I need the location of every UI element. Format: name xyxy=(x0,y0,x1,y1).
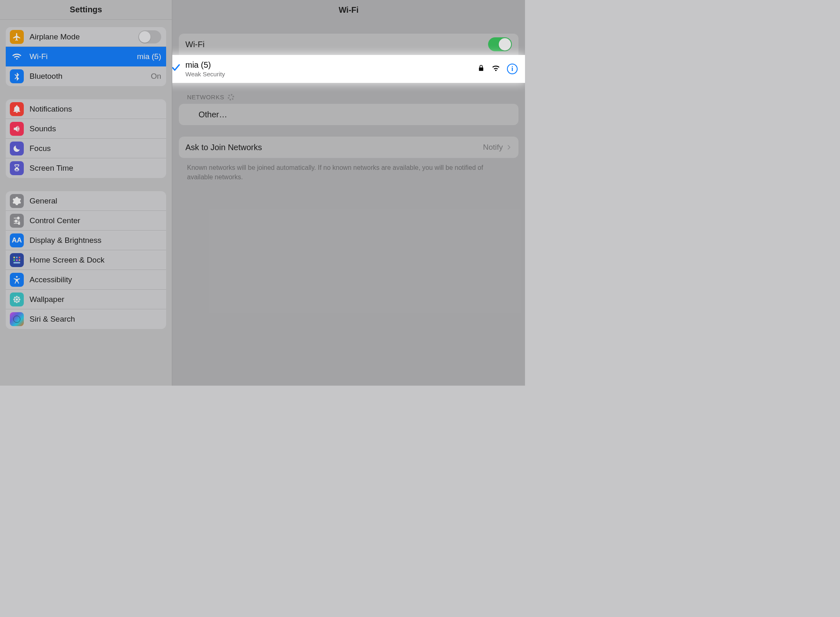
sidebar-group-system: General Control Center AA Display & Brig… xyxy=(6,191,166,329)
sidebar-item-label: Siri & Search xyxy=(30,315,161,324)
connected-network-name: mia (5) xyxy=(185,60,477,70)
checkmark-icon xyxy=(172,63,184,75)
airplane-toggle[interactable] xyxy=(138,30,161,43)
svg-point-7 xyxy=(16,276,18,277)
app-grid-icon xyxy=(10,253,24,267)
lock-icon xyxy=(477,64,485,73)
sidebar-item-control-center[interactable]: Control Center xyxy=(6,211,166,231)
other-network-row[interactable]: Other… xyxy=(179,104,518,125)
accessibility-icon xyxy=(10,273,24,287)
sidebar-item-detail: On xyxy=(151,72,161,81)
sidebar-item-airplane-mode[interactable]: Airplane Mode xyxy=(6,27,166,47)
sidebar-item-wifi[interactable]: Wi-Fi mia (5) xyxy=(6,47,166,66)
sidebar-item-label: Wi-Fi xyxy=(30,52,137,61)
signal-icon xyxy=(491,64,500,74)
sidebar-group-connectivity: Airplane Mode Wi-Fi mia (5) Bluetooth On xyxy=(6,27,166,86)
sidebar-item-siri[interactable]: Siri & Search xyxy=(6,309,166,329)
sidebar-item-label: Home Screen & Dock xyxy=(30,256,161,265)
sidebar-item-label: Bluetooth xyxy=(30,72,151,81)
svg-rect-4 xyxy=(16,259,18,261)
sidebar-item-label: Sounds xyxy=(30,124,161,133)
sidebar-item-notifications[interactable]: Notifications xyxy=(6,99,166,119)
settings-sidebar: Settings Airplane Mode Wi-Fi mia (5) xyxy=(0,0,172,386)
svg-rect-3 xyxy=(14,259,15,261)
moon-icon xyxy=(10,142,24,155)
sidebar-item-label: Screen Time xyxy=(30,164,161,173)
airplane-icon xyxy=(10,30,24,44)
sidebar-item-focus[interactable]: Focus xyxy=(6,139,166,158)
bluetooth-icon xyxy=(10,69,24,83)
detail-title: Wi-Fi xyxy=(172,0,525,20)
sidebar-item-screen-time[interactable]: Screen Time xyxy=(6,158,166,178)
ask-group: Ask to Join Networks Notify xyxy=(179,137,518,158)
sidebar-title: Settings xyxy=(0,0,172,20)
sidebar-item-home-screen[interactable]: Home Screen & Dock xyxy=(6,250,166,270)
hourglass-icon xyxy=(10,161,24,175)
ask-to-join-row[interactable]: Ask to Join Networks Notify xyxy=(179,137,518,158)
sidebar-item-general[interactable]: General xyxy=(6,191,166,211)
sidebar-item-label: Airplane Mode xyxy=(30,32,138,41)
sidebar-item-detail: mia (5) xyxy=(137,52,161,61)
svg-point-11 xyxy=(13,298,15,300)
networks-header-label: NETWORKS xyxy=(187,94,224,101)
sidebar-item-display[interactable]: AA Display & Brightness xyxy=(6,231,166,250)
sidebar-item-bluetooth[interactable]: Bluetooth On xyxy=(6,66,166,86)
wifi-toggle[interactable] xyxy=(488,37,512,51)
sidebar-item-label: Notifications xyxy=(30,105,161,114)
sidebar-item-label: General xyxy=(30,197,161,206)
sidebar-item-wallpaper[interactable]: Wallpaper xyxy=(6,290,166,309)
siri-icon xyxy=(10,312,24,326)
svg-rect-0 xyxy=(14,256,15,258)
ask-footer-text: Known networks will be joined automatica… xyxy=(179,158,518,182)
bell-icon xyxy=(10,102,24,116)
spinner-icon xyxy=(228,94,234,101)
svg-point-9 xyxy=(16,296,18,298)
svg-point-13 xyxy=(14,297,16,299)
sidebar-item-label: Focus xyxy=(30,144,161,153)
wifi-toggle-label: Wi-Fi xyxy=(185,40,488,49)
svg-point-17 xyxy=(14,316,21,323)
speaker-icon xyxy=(10,122,24,136)
info-icon[interactable]: i xyxy=(507,64,518,74)
svg-point-8 xyxy=(16,298,18,301)
wifi-toggle-group: Wi-Fi xyxy=(179,34,518,55)
wifi-detail-panel: Wi-Fi Wi-Fi mia (5) Weak Security xyxy=(172,0,525,386)
svg-point-12 xyxy=(18,298,21,300)
sidebar-group-alerts: Notifications Sounds Focus Screen Time xyxy=(6,99,166,178)
ask-value: Notify xyxy=(483,143,503,152)
sidebar-item-sounds[interactable]: Sounds xyxy=(6,119,166,139)
text-size-icon: AA xyxy=(10,233,24,247)
sliders-icon xyxy=(10,214,24,228)
connected-network-text: mia (5) Weak Security xyxy=(184,60,477,78)
svg-point-16 xyxy=(18,300,20,302)
wifi-icon xyxy=(10,50,24,64)
connected-network-row[interactable]: mia (5) Weak Security i xyxy=(172,55,525,83)
other-network-label: Other… xyxy=(185,110,512,119)
networks-section-header: NETWORKS xyxy=(179,83,518,104)
sidebar-item-label: Control Center xyxy=(30,216,161,225)
gear-icon xyxy=(10,194,24,208)
sidebar-item-label: Display & Brightness xyxy=(30,236,161,245)
svg-rect-5 xyxy=(19,259,21,261)
flower-icon xyxy=(10,293,24,306)
chevron-right-icon xyxy=(506,143,512,152)
wifi-enable-row[interactable]: Wi-Fi xyxy=(179,34,518,55)
sidebar-item-label: Wallpaper xyxy=(30,295,161,304)
svg-rect-1 xyxy=(16,256,18,258)
sidebar-item-accessibility[interactable]: Accessibility xyxy=(6,270,166,290)
svg-point-14 xyxy=(18,297,20,299)
ask-label: Ask to Join Networks xyxy=(185,143,483,152)
connected-network-subtitle: Weak Security xyxy=(185,71,477,78)
sidebar-scroll[interactable]: Airplane Mode Wi-Fi mia (5) Bluetooth On xyxy=(0,20,172,386)
svg-point-10 xyxy=(16,301,18,303)
svg-rect-2 xyxy=(19,256,21,258)
sidebar-item-label: Accessibility xyxy=(30,275,161,284)
svg-rect-6 xyxy=(14,262,21,263)
other-networks-group: Other… xyxy=(179,104,518,125)
svg-point-15 xyxy=(14,300,16,302)
